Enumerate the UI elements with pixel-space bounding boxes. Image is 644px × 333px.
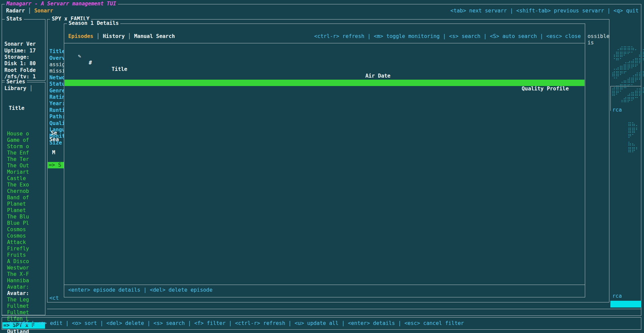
popup-tab-divider (64, 43, 585, 43)
series-title: The Ter (7, 156, 29, 162)
episode-row[interactable]: ✎ 2 SECURE A WIFE 2022-04-16 14:00:00 UT… (65, 106, 585, 112)
tab-library[interactable]: Library (4, 85, 26, 91)
logo-artifact-line: ⠈⠛⠁⢀⣠⣴⣿⡿⠋ (612, 57, 644, 64)
servarr-tabbar: Radarr │ Sonarr (6, 8, 53, 14)
series-title: A Disco (7, 258, 29, 264)
series-list-item[interactable]: A Disco (2, 258, 45, 265)
series-detail-field-fragment: Path: (49, 114, 65, 120)
series-list-item[interactable]: Planet (2, 201, 45, 207)
series-list-item[interactable]: Attack (2, 239, 45, 246)
episode-row[interactable]: ✎ 10 THE GREAT DODGEBALL PLAN 2022-06-11… (65, 314, 585, 321)
episode-row[interactable]: ✎ 7 THE TARGET'S SECOND SON 2022-05-21 1… (65, 236, 585, 242)
episode-row[interactable]: ✎ 5 WILL THEY PASS OR FAIL? 2022-05-07 1… (65, 184, 585, 190)
highlight-artifact (610, 301, 641, 307)
series-list-item[interactable]: Cosmos (2, 226, 45, 233)
series-list-item[interactable]: Cosmos (2, 233, 45, 239)
series-list-item[interactable]: Castle (2, 175, 45, 182)
series-detail-field-fragment: Runti (49, 107, 65, 114)
seasons-monitored-fragment: M (52, 150, 55, 156)
popup-footer-divider (64, 285, 585, 285)
series-title: Cosmos (7, 233, 26, 239)
series-title: The Enf (7, 150, 29, 156)
series-title: Game of (7, 137, 29, 143)
popup-footer-hints: <enter> episode details | <del> delete e… (68, 287, 212, 293)
series-title: Avatar: (7, 290, 29, 296)
episode-row[interactable]: ✎ 3 PREPARE FOR THE INTERVIEW 2022-04-23… (65, 132, 585, 138)
servarr-switch-hints: <tab> next servarr | <shift-tab> previou… (450, 8, 639, 14)
logo-artifact-line: ⢠⣿⣿⠟⠋⠁⠀⣼⣿ (612, 51, 644, 57)
tab-sonarr[interactable]: Sonarr (34, 8, 53, 14)
series-list-item[interactable]: Storm o (2, 143, 45, 150)
episode-row[interactable]: ✎ 6 THE FRIENDSHIP SCHEME 2022-05-14 14:… (65, 210, 585, 216)
series-column-header: Title (9, 105, 25, 112)
library-tab-separator: │ (26, 85, 33, 91)
series-title: Fruits (7, 252, 26, 258)
series-list-item[interactable]: Hanniba (2, 278, 45, 284)
tab-episodes[interactable]: Episodes (68, 33, 93, 39)
series-list-item[interactable]: Firefly (2, 246, 45, 252)
series-title: Fullmet (7, 309, 29, 316)
series-title: The X-F (7, 271, 29, 277)
series-list-item[interactable]: Blue Pl (2, 220, 45, 226)
series-list-item[interactable]: Band of (2, 195, 45, 201)
stats-panel: Stats Sonarr VerUptime: 17Storage:Disk 1… (2, 19, 45, 81)
series-title: Storm o (7, 143, 29, 150)
series-title: Planet (7, 207, 26, 213)
series-title: Attack (7, 239, 26, 245)
series-list-item[interactable]: Fruits (2, 252, 45, 258)
series-title: The Exo (7, 182, 29, 188)
tab-radarr[interactable]: Radarr (6, 8, 25, 14)
series-title: House o (7, 131, 29, 137)
series-list-item[interactable]: Westwor (2, 265, 45, 271)
series-detail-field-fragment: Ratin (49, 94, 65, 100)
tab-manual-search[interactable]: Manual Search (134, 33, 175, 39)
series-list: House oGame ofStorm oThe EnfThe TerThe O… (2, 111, 45, 333)
series-title: The Blu (7, 214, 29, 220)
series-list-item[interactable]: Moriart (2, 169, 45, 175)
series-title: Fullmet (7, 303, 29, 309)
popup-keybind-hints: <ctrl-r> refresh | <m> toggle monitoring… (314, 33, 581, 40)
series-list-item[interactable]: Game of (2, 137, 45, 143)
series-title: The Leg (7, 297, 29, 303)
series-list-item[interactable]: The Blu (2, 214, 45, 220)
stat-line: Uptime: 17 (4, 48, 36, 54)
series-detail-field-fragment: Quali (49, 120, 65, 127)
series-title: Firefly (7, 246, 29, 252)
series-list-item[interactable]: House o (2, 131, 45, 137)
series-list-item[interactable]: Avatar: (2, 284, 45, 290)
logo-artifact-line: ⣾⣿⠟⠋⠀⢀⣴⣾⣿ (612, 71, 644, 77)
series-detail-field-fragment: Genre (49, 88, 65, 94)
logo-artifact: ⣶⣦⡀⣿⣿⠃⠟⠁⠀⣦⣄⠀⣿⡿⠃ (628, 101, 640, 153)
episode-row[interactable]: ✎ 4 THE PRESTIGIOUS SCHOOL'S INTERVIEW 2… (65, 158, 585, 164)
series-list-item[interactable]: Avatar: (2, 290, 45, 297)
logo-artifact-line: ⣿⠟⠁⠀⣠⣶⣿⡿⠃ (612, 90, 644, 96)
series-list-item[interactable]: The Enf (2, 150, 45, 156)
series-list-item[interactable]: Chernob (2, 188, 45, 195)
popup-tab-separator: │ (125, 33, 134, 39)
series-list-item[interactable]: Fullmet (2, 309, 45, 316)
series-list-item[interactable]: The Exo (2, 182, 45, 188)
season-details-popup: Season 1 Details Episodes │ History │ Ma… (64, 24, 585, 297)
series-title: Blue Pl (7, 220, 29, 226)
episode-row[interactable]: => ✎ 1 OPERATION STRIX 2022-04-09 14:00:… (65, 80, 585, 86)
logo-artifact-line: ⢀⣠⣶⣿⡿⠟⠋⠀⢀ (612, 64, 644, 70)
episode-row[interactable]: ✎ 8 THE COUNTER-SECRET POLICE COVER OPER… (65, 262, 585, 268)
episodes-table-header: ✎ # Title Air Date Size on Disk Quality … (65, 47, 585, 53)
text-artifact: rca (612, 293, 622, 299)
series-detail-field-fragment: Title (49, 48, 65, 55)
border-artifact (610, 86, 641, 86)
series-list-item[interactable]: The Leg (2, 297, 45, 303)
text-artifact: ossible (588, 33, 609, 40)
series-detail-field-fragment: Statu (49, 81, 65, 87)
series-list-item[interactable]: The Out (2, 163, 45, 169)
series-detail-field-fragment: Overv (49, 55, 65, 61)
series-list-item[interactable]: The X-F (2, 271, 45, 278)
series-title: Hanniba (7, 278, 29, 284)
tab-history[interactable]: History (103, 33, 125, 39)
series-title: Westwor (7, 265, 29, 271)
series-list-item[interactable]: Planet (2, 207, 45, 214)
series-detail-field-fragment: missi (49, 68, 65, 74)
series-list-item[interactable]: Fullmet (2, 303, 45, 309)
logo-artifact-line: ⣠⣶⣿⠿⠋⠁⢀⣀⣄ (612, 84, 644, 90)
series-list-item[interactable]: The Ter (2, 156, 45, 163)
